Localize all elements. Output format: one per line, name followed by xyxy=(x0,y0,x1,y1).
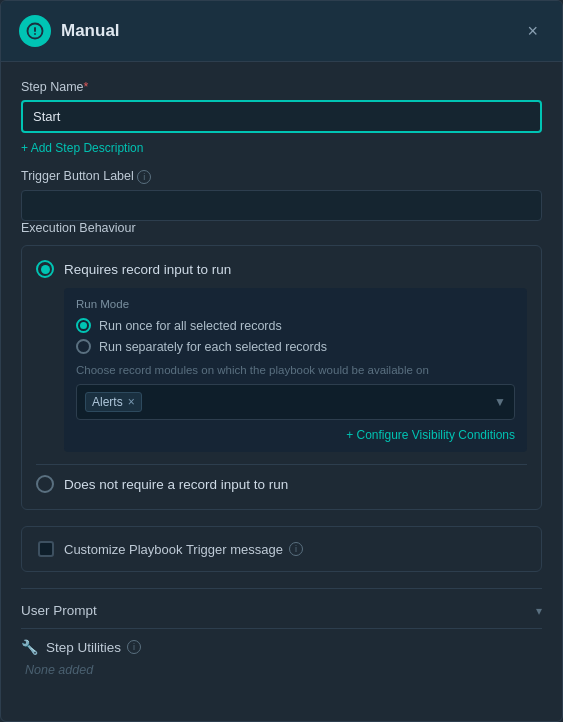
dropdown-arrow-icon[interactable]: ▼ xyxy=(494,395,506,409)
run-separately-option[interactable]: Run separately for each selected records xyxy=(76,339,515,354)
requires-record-label: Requires record input to run xyxy=(64,262,231,277)
execution-behaviour-label: Execution Behaviour xyxy=(21,221,542,235)
does-not-require-radio[interactable] xyxy=(36,475,54,493)
run-once-radio[interactable] xyxy=(76,318,91,333)
requires-record-option[interactable]: Requires record input to run xyxy=(36,260,527,278)
does-not-require-section: Does not require a record input to run xyxy=(36,464,527,493)
step-utilities-section: 🔧 Step Utilities i None added xyxy=(21,628,542,677)
step-utilities-label: Step Utilities i xyxy=(46,640,141,655)
does-not-require-label: Does not require a record input to run xyxy=(64,477,288,492)
run-mode-label: Run Mode xyxy=(76,298,515,310)
customize-trigger-section: Customize Playbook Trigger message i xyxy=(21,526,542,572)
none-added-text: None added xyxy=(25,663,542,677)
step-utilities-info-icon[interactable]: i xyxy=(127,640,141,654)
user-prompt-title: User Prompt xyxy=(21,603,97,618)
module-tags: Alerts × xyxy=(85,392,488,412)
run-separately-radio[interactable] xyxy=(76,339,91,354)
trigger-info-icon[interactable]: i xyxy=(137,170,151,184)
run-once-label: Run once for all selected records xyxy=(99,319,282,333)
run-mode-section: Run Mode Run once for all selected recor… xyxy=(64,288,527,452)
header-left: Manual xyxy=(19,15,120,47)
add-description-link[interactable]: + Add Step Description xyxy=(21,141,143,155)
execution-box: Requires record input to run Run Mode Ru… xyxy=(21,245,542,510)
run-separately-label: Run separately for each selected records xyxy=(99,340,327,354)
trigger-button-label: Trigger Button Label i xyxy=(21,169,542,184)
step-name-input[interactable] xyxy=(21,100,542,133)
customize-label: Customize Playbook Trigger message i xyxy=(64,542,303,557)
close-button[interactable]: × xyxy=(521,20,544,42)
modal-body: Step Name* + Add Step Description Trigge… xyxy=(1,62,562,721)
step-utilities-header: 🔧 Step Utilities i xyxy=(21,639,542,655)
modal-header: Manual × xyxy=(1,1,562,62)
user-prompt-section[interactable]: User Prompt ▾ xyxy=(21,588,542,628)
trigger-button-input[interactable] xyxy=(21,190,542,221)
modal-title: Manual xyxy=(61,21,120,41)
user-prompt-chevron-icon: ▾ xyxy=(536,604,542,618)
manual-modal: Manual × Step Name* + Add Step Descripti… xyxy=(0,0,563,722)
module-hint: Choose record modules on which the playb… xyxy=(76,364,515,376)
module-selector[interactable]: Alerts × ▼ xyxy=(76,384,515,420)
alerts-tag: Alerts × xyxy=(85,392,142,412)
customize-info-icon[interactable]: i xyxy=(289,542,303,556)
configure-visibility-link[interactable]: + Configure Visibility Conditions xyxy=(76,428,515,442)
requires-record-radio[interactable] xyxy=(36,260,54,278)
does-not-require-option[interactable]: Does not require a record input to run xyxy=(36,475,527,493)
manual-icon xyxy=(19,15,51,47)
run-once-option[interactable]: Run once for all selected records xyxy=(76,318,515,333)
customize-checkbox[interactable] xyxy=(38,541,54,557)
wrench-icon: 🔧 xyxy=(21,639,38,655)
tag-label: Alerts xyxy=(92,395,123,409)
step-name-label: Step Name* xyxy=(21,80,542,94)
tag-remove-icon[interactable]: × xyxy=(128,396,135,408)
